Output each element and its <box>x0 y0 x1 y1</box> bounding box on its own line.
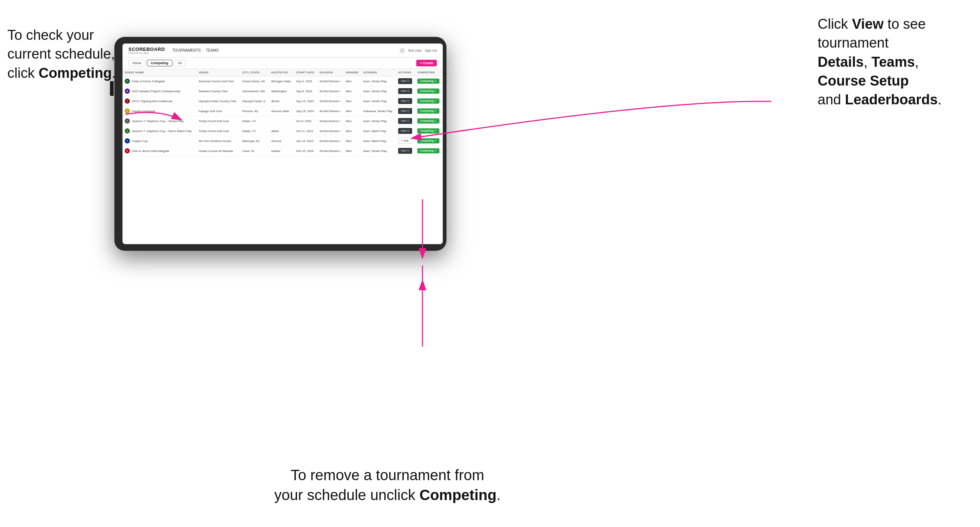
cell-event-name: H John A. Burns Intercollegiate <box>123 146 196 156</box>
competing-button[interactable]: Competing ✓ <box>417 98 440 104</box>
cell-date: Sep 4, 2023 <box>294 76 318 86</box>
col-division: DIVISION <box>317 69 344 76</box>
cell-date: Oct 9, 2023 <box>294 116 318 126</box>
view-button[interactable]: View ⓘ <box>398 108 412 114</box>
table-row: A Copper Cup Ak-Chin Southern DunesMaric… <box>123 136 443 146</box>
tablet-frame: SCOREBOARD Powered by clippi TOURNAMENTS… <box>115 37 447 251</box>
cell-venue: Sahalee Country Club <box>196 86 240 96</box>
user-name: Test User <box>408 49 422 52</box>
event-name-text: Jackson T. Stephens Cup – Men's Match Pl… <box>132 129 191 133</box>
cell-actions: View ⓘ <box>396 146 415 156</box>
filter-all[interactable]: All <box>174 60 186 67</box>
view-button[interactable]: View ⓘ <box>398 78 412 84</box>
cell-hosted: Washington <box>269 86 294 96</box>
cell-hosted: Hawaii <box>269 146 294 156</box>
cell-gender: Men <box>344 86 361 96</box>
ann-tl-bold: Competing <box>38 65 111 81</box>
cell-city: Maricopa, AZ <box>240 136 269 146</box>
navbar: SCOREBOARD Powered by clippi TOURNAMENTS… <box>123 43 443 57</box>
cell-competing: Competing ✓ <box>415 126 443 136</box>
cell-scoring: team, Stroke Play <box>361 96 396 106</box>
cell-hosted: Arizona State <box>269 106 294 116</box>
cell-venue: American Dunes Golf Club <box>196 76 240 86</box>
ann-tr-bold5: Leaderboards <box>845 92 937 107</box>
col-actions: ACTIONS <box>396 69 415 76</box>
view-button[interactable]: View ⓘ <box>398 118 412 124</box>
annotation-topright: Click View to see tournament Details, Te… <box>818 15 973 109</box>
cell-city: Phoenix, AZ <box>240 106 269 116</box>
filter-competing[interactable]: Competing <box>147 60 172 67</box>
nav-teams[interactable]: TEAMS <box>206 48 218 53</box>
edit-button[interactable]: ✎ Edit <box>398 138 411 144</box>
col-hosted-by: HOSTED BY <box>269 69 294 76</box>
competing-button[interactable]: Competing ✓ <box>417 79 440 84</box>
cell-gender: Men <box>344 136 361 146</box>
cell-event-name: W 2023 Sahalee Players Championship <box>123 86 196 96</box>
event-name-text: Copper Cup <box>132 140 148 143</box>
cell-scoring: team, Stroke Play <box>361 86 396 96</box>
cell-venue: Olympia Fields Country Club <box>196 96 240 106</box>
cell-gender: Men <box>344 106 361 116</box>
event-name-text: John A. Burns Intercollegiate <box>132 149 169 153</box>
cell-division: NCAA Division I <box>317 86 344 96</box>
event-name-text: OFCC Fighting Illini Invitational <box>132 100 172 103</box>
ann-tr-bold2: Details <box>818 54 864 70</box>
team-logo: I <box>125 98 130 104</box>
cell-scoring: team, Match Play <box>361 126 396 136</box>
cell-competing: Competing ✓ <box>415 136 443 146</box>
cell-date: Feb 15, 2024 <box>294 146 318 156</box>
table-header-row: EVENT NAME VENUE CITY, STATE HOSTED BY S… <box>123 69 443 76</box>
table-row: J Jackson T. Stephens Cup – Men's Match … <box>123 126 443 136</box>
sign-out-link[interactable]: Sign out <box>425 49 437 52</box>
cell-scoring: team, Stroke Play <box>361 116 396 126</box>
cell-venue: Trinity Forest Golf Club <box>196 126 240 136</box>
view-button[interactable]: View ⓘ <box>398 98 412 104</box>
cell-competing: Competing ✓ <box>415 76 443 86</box>
team-logo: J <box>125 118 130 124</box>
table-row: S Folds of Honor Collegiate American Dun… <box>123 76 443 86</box>
cell-competing: Competing ✓ <box>415 96 443 106</box>
competing-button[interactable]: Competing ✓ <box>417 118 440 124</box>
cell-date: Jan 14, 2024 <box>294 136 318 146</box>
event-name-text: Papago Individual <box>132 110 155 113</box>
create-button[interactable]: + Create <box>416 60 437 67</box>
view-button[interactable]: View ⓘ <box>398 148 412 154</box>
competing-button[interactable]: Competing ✓ <box>417 129 440 133</box>
ann-tr-l1: Click <box>818 16 852 32</box>
cell-scoring: team, Stroke Play <box>361 146 396 156</box>
table-body: S Folds of Honor Collegiate American Dun… <box>123 76 443 156</box>
cell-actions: View ⓘ <box>396 126 415 136</box>
ann-tr-period: . <box>937 92 942 107</box>
view-button[interactable]: View ⓘ <box>398 88 412 94</box>
cell-competing: Competing ✓ <box>415 146 443 156</box>
cell-actions: View ⓘ <box>396 86 415 96</box>
competing-button[interactable]: Competing ✓ <box>417 138 440 143</box>
cell-division: NCAA Division I <box>317 106 344 116</box>
team-logo: A <box>125 138 130 143</box>
competing-button[interactable]: Competing ✓ <box>417 108 440 114</box>
cell-scoring: individual, Stroke Play <box>361 106 396 116</box>
user-icon <box>399 48 405 53</box>
col-gender: GENDER <box>344 69 361 76</box>
cell-event-name: J Jackson T. Stephens Cup – Men's Match … <box>123 126 196 136</box>
view-button[interactable]: View ⓘ <box>398 128 412 134</box>
tablet-screen: SCOREBOARD Powered by clippi TOURNAMENTS… <box>123 43 443 244</box>
filter-bar: Home Competing All + Create <box>123 57 443 69</box>
table-row: H John A. Burns Intercollegiate Ocean Co… <box>123 146 443 156</box>
cell-event-name: P Papago Individual <box>123 106 196 116</box>
table-row: W 2023 Sahalee Players Championship Saha… <box>123 86 443 96</box>
nav-links: TOURNAMENTS TEAMS <box>172 48 219 53</box>
cell-division: NCAA Division I <box>317 126 344 136</box>
cell-division: NCAA Division I <box>317 116 344 126</box>
cell-date: Oct 11, 2023 <box>294 126 318 136</box>
table-row: J Jackson T. Stephens Cup – Stroke Play … <box>123 116 443 126</box>
cell-venue: Ak-Chin Southern Dunes <box>196 136 240 146</box>
ann-tr-bold3: Teams <box>872 54 915 70</box>
cell-competing: Competing ✓ <box>415 86 443 96</box>
team-logo: H <box>125 148 130 153</box>
competing-button[interactable]: Competing ✓ <box>417 148 440 153</box>
nav-tournaments[interactable]: TOURNAMENTS <box>172 48 201 53</box>
ann-bt-l1: To remove a tournament from <box>291 467 484 483</box>
ann-bt-bold: Competing <box>420 487 496 503</box>
competing-button[interactable]: Competing ✓ <box>417 89 440 94</box>
